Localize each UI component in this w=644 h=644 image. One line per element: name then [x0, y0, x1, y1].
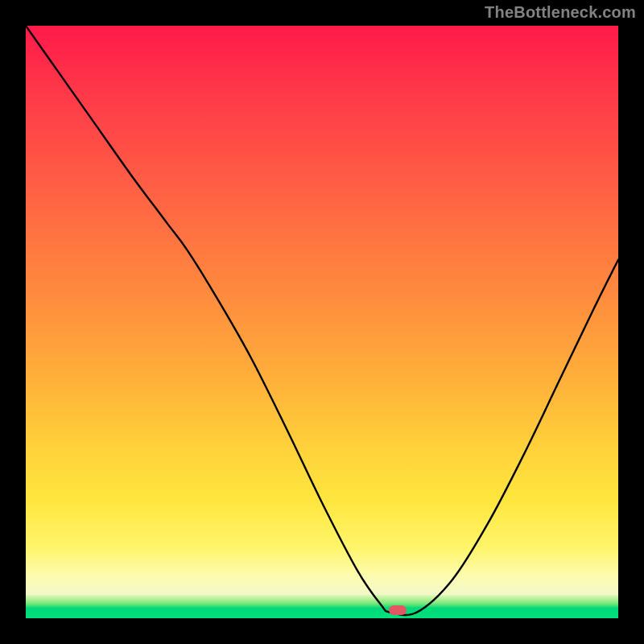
curve-layer: [26, 26, 618, 618]
optimum-marker: [389, 605, 407, 615]
bottleneck-curve: [26, 26, 618, 615]
plot-area: [26, 26, 618, 618]
chart-container: TheBottleneck.com: [0, 0, 644, 644]
attribution-text: TheBottleneck.com: [485, 3, 636, 22]
